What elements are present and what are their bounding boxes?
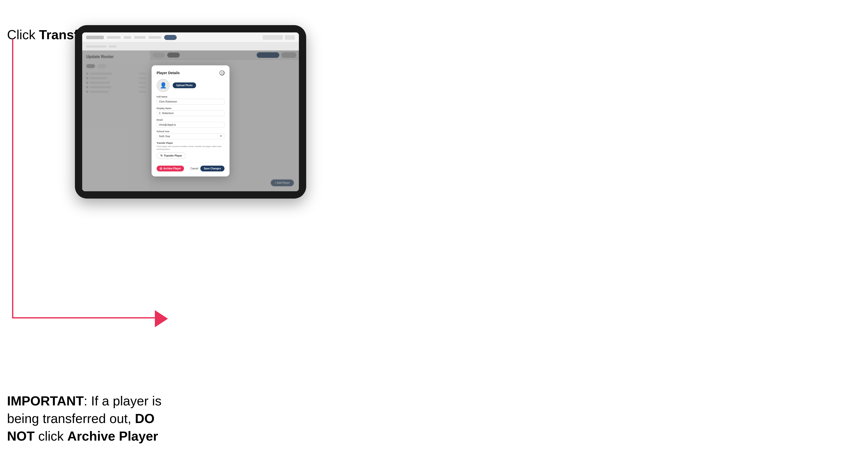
app-bar (82, 32, 299, 42)
upload-photo-button[interactable]: Upload Photo (173, 83, 196, 88)
email-input[interactable] (157, 122, 224, 128)
full-name-label: Full Name (157, 95, 224, 98)
nav-item-drill (149, 36, 161, 39)
player-details-modal: Player Details × 👤 Upload Photo Full Nam… (152, 65, 229, 177)
avatar-icon: 👤 (160, 82, 167, 89)
transfer-button-label: Transfer Player (164, 154, 182, 157)
school-year-group: School Year Sixth Year First Year Second… (157, 130, 224, 139)
school-year-select[interactable]: Sixth Year First Year Second Year Third … (157, 133, 224, 139)
app-logo (86, 36, 104, 39)
nav-item-team (124, 36, 131, 39)
cancel-button[interactable]: Cancel (190, 167, 198, 170)
nav-item-dashboards (107, 36, 121, 39)
archive-icon: ⏻ (160, 167, 162, 170)
transfer-section-description: If this player has moved to another scho… (157, 145, 224, 151)
modal-footer: ⏻ Archive Player Cancel Save Changes (157, 162, 224, 172)
email-label: Email (157, 119, 224, 121)
app-bar-account (263, 35, 283, 40)
instruction-bottom: IMPORTANT: If a player is being transfer… (7, 392, 163, 445)
instruction-not: NOT (7, 429, 35, 443)
save-changes-button[interactable]: Save Changes (200, 166, 224, 172)
tablet-screen: Update Roster (82, 32, 299, 191)
email-group: Email (157, 119, 224, 128)
display-name-label: Display Name (157, 107, 224, 110)
full-name-input[interactable] (157, 99, 224, 104)
transfer-icon: ↻ (160, 154, 163, 157)
modal-overlay: Player Details × 👤 Upload Photo Full Nam… (82, 51, 299, 191)
archive-label: Archive Player (163, 167, 181, 170)
archive-player-button[interactable]: ⏻ Archive Player (157, 166, 184, 172)
main-area: Update Roster (82, 51, 299, 191)
avatar-row: 👤 Upload Photo (157, 79, 224, 92)
transfer-section-label: Transfer Player (157, 142, 224, 144)
app-bar-right (263, 35, 295, 40)
avatar: 👤 (157, 79, 170, 92)
app-bar-settings (285, 35, 295, 40)
nav-item-schedule (134, 36, 146, 39)
arrow-horizontal-line (12, 317, 164, 318)
instruction-archive: Archive Player (67, 429, 158, 443)
modal-header: Player Details × (157, 70, 224, 75)
sub-bar-item1 (86, 45, 106, 48)
modal-close-button[interactable]: × (219, 70, 224, 75)
arrow-vertical-line (12, 39, 13, 318)
transfer-player-button[interactable]: ↻ Transfer Player (157, 153, 186, 159)
transfer-player-section: Transfer Player If this player has moved… (157, 142, 224, 159)
instruction-do: DO (135, 411, 155, 426)
arrow-head (155, 310, 168, 327)
tablet-device: Update Roster (75, 25, 306, 198)
display-name-input[interactable] (157, 110, 224, 116)
modal-title: Player Details (157, 71, 180, 75)
display-name-group: Display Name (157, 107, 224, 116)
school-year-label: School Year (157, 130, 224, 133)
nav-item-players-active[interactable] (164, 35, 177, 40)
full-name-group: Full Name (157, 95, 224, 104)
instruction-important: IMPORTANT (7, 394, 84, 408)
instruction-rest2: click (35, 429, 67, 443)
sub-bar (82, 42, 299, 51)
sub-bar-item2 (109, 45, 116, 48)
